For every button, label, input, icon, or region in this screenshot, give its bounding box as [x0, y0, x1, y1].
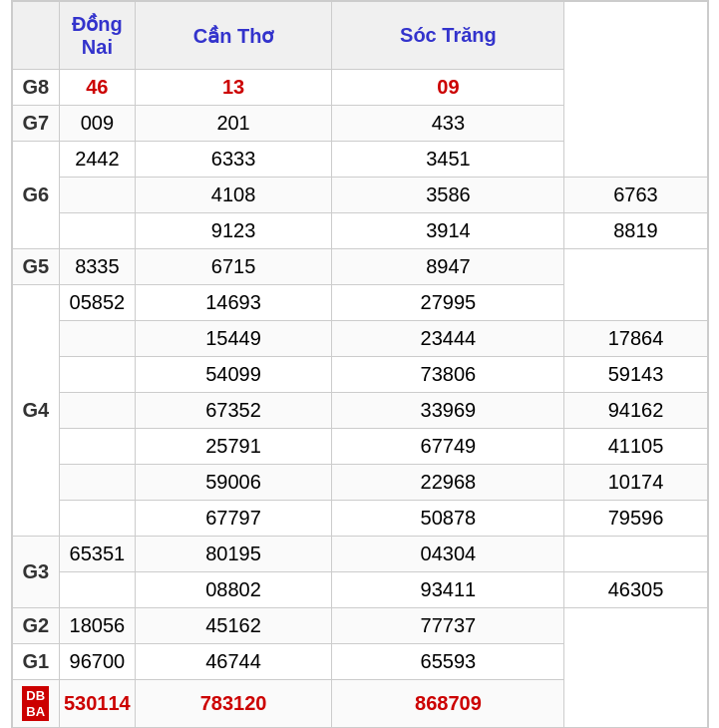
cell-value: 9123	[135, 213, 332, 249]
lottery-table: Đồng Nai Cần Thơ Sóc Trăng G8461309G7009…	[11, 0, 709, 728]
table-row: G6244263333451	[12, 142, 708, 178]
cell-value: 65593	[332, 644, 564, 680]
table-row: DBBA530114783120868709	[12, 680, 708, 729]
cell-value: 46305	[564, 572, 708, 608]
cell-value: 54099	[135, 357, 332, 393]
cell-value: 09	[332, 70, 564, 106]
cell-value: 15449	[135, 321, 332, 357]
row-label: G1	[12, 644, 60, 680]
cell-value: 18056	[60, 608, 136, 644]
table-row: G8461309	[12, 70, 708, 106]
row-label: G5	[12, 249, 60, 285]
table-row: G5833567158947	[12, 249, 708, 285]
row-label	[60, 393, 136, 429]
cell-value: 77737	[332, 608, 564, 644]
cell-value: 25791	[135, 429, 332, 465]
cell-value: 8335	[60, 249, 136, 285]
row-label	[60, 213, 136, 249]
row-label	[60, 429, 136, 465]
header-col2: Cần Thơ	[135, 1, 332, 70]
cell-value: 08802	[135, 572, 332, 608]
table-row: 590062296810174	[12, 465, 708, 501]
row-label: G6	[12, 142, 60, 249]
cell-value: 41105	[564, 429, 708, 465]
cell-value: 80195	[135, 537, 332, 572]
cell-value: 6333	[135, 142, 332, 178]
cell-value: 2442	[60, 142, 136, 178]
cell-value: 201	[135, 106, 332, 142]
cell-value: 783120	[135, 680, 332, 729]
cell-value: 94162	[564, 393, 708, 429]
cell-value: 05852	[60, 285, 136, 321]
cell-value: 50878	[332, 501, 564, 537]
cell-value: 79596	[564, 501, 708, 537]
cell-value: 3586	[332, 178, 564, 213]
row-label: G3	[12, 537, 60, 608]
cell-value: 3914	[332, 213, 564, 249]
cell-value: 530114	[60, 680, 136, 729]
cell-value: 6715	[135, 249, 332, 285]
row-label	[60, 501, 136, 537]
table-row: 673523396994162	[12, 393, 708, 429]
table-body: G8461309G7009201433G62442633334514108358…	[12, 70, 708, 729]
dbba-logo: DBBA	[22, 686, 49, 721]
cell-value: 45162	[135, 608, 332, 644]
cell-value: 14693	[135, 285, 332, 321]
cell-value: 3451	[332, 142, 564, 178]
table-row: 154492344417864	[12, 321, 708, 357]
cell-value: 27995	[332, 285, 564, 321]
cell-value: 868709	[332, 680, 564, 729]
cell-value: 17864	[564, 321, 708, 357]
row-label: DBBA	[12, 680, 60, 729]
row-label: G4	[12, 285, 60, 537]
cell-value: 73806	[332, 357, 564, 393]
table-row: G7009201433	[12, 106, 708, 142]
table-row: 677975087879596	[12, 501, 708, 537]
table-row: 088029341146305	[12, 572, 708, 608]
cell-value: 93411	[332, 572, 564, 608]
cell-value: 33969	[332, 393, 564, 429]
table-row: 410835866763	[12, 178, 708, 213]
cell-value: 4108	[135, 178, 332, 213]
cell-value: 67797	[135, 501, 332, 537]
row-label: G8	[12, 70, 60, 106]
cell-value: 10174	[564, 465, 708, 501]
table-row: G4058521469327995	[12, 285, 708, 321]
row-label: G7	[12, 106, 60, 142]
table-row: 257916774941105	[12, 429, 708, 465]
table-row: 912339148819	[12, 213, 708, 249]
cell-value: 46	[60, 70, 136, 106]
header-row: Đồng Nai Cần Thơ Sóc Trăng	[12, 1, 708, 70]
cell-value: 59143	[564, 357, 708, 393]
cell-value: 46744	[135, 644, 332, 680]
cell-value: 96700	[60, 644, 136, 680]
row-label	[60, 321, 136, 357]
row-label	[60, 465, 136, 501]
cell-value: 8819	[564, 213, 708, 249]
header-label	[12, 1, 60, 70]
cell-value: 67352	[135, 393, 332, 429]
row-label	[60, 572, 136, 608]
cell-value: 65351	[60, 537, 136, 572]
row-label	[60, 357, 136, 393]
cell-value: 67749	[332, 429, 564, 465]
row-label	[60, 178, 136, 213]
cell-value: 23444	[332, 321, 564, 357]
table-row: G2180564516277737	[12, 608, 708, 644]
cell-value: 13	[135, 70, 332, 106]
header-col3: Sóc Trăng	[332, 1, 564, 70]
table-row: G1967004674465593	[12, 644, 708, 680]
cell-value: 59006	[135, 465, 332, 501]
row-label: G2	[12, 608, 60, 644]
cell-value: 009	[60, 106, 136, 142]
header-col1: Đồng Nai	[60, 1, 136, 70]
cell-value: 04304	[332, 537, 564, 572]
cell-value: 6763	[564, 178, 708, 213]
cell-value: 8947	[332, 249, 564, 285]
cell-value: 433	[332, 106, 564, 142]
table-row: 540997380659143	[12, 357, 708, 393]
table-row: G3653518019504304	[12, 537, 708, 572]
cell-value: 22968	[332, 465, 564, 501]
